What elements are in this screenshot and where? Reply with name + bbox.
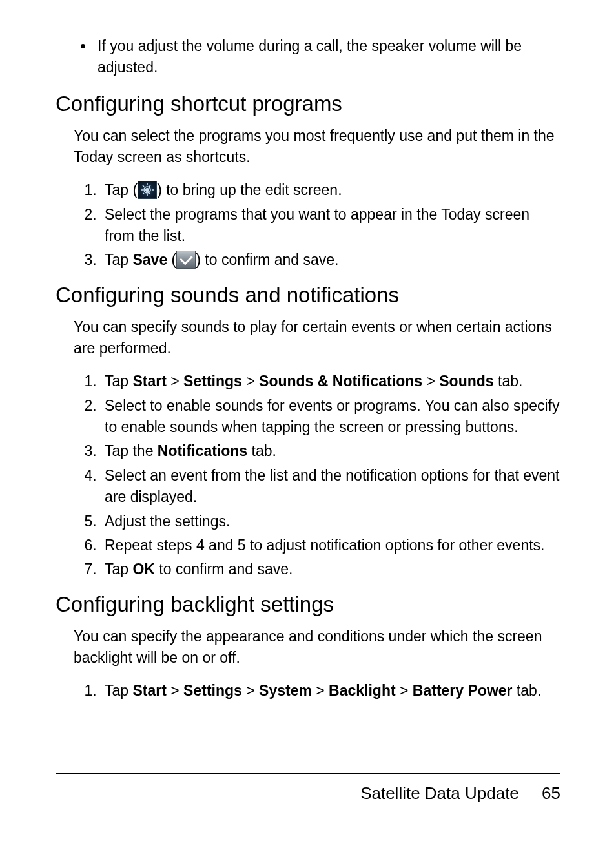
- notifications-label: Notifications: [158, 442, 247, 459]
- check-icon: [176, 251, 196, 269]
- text: Tap: [105, 373, 132, 389]
- intro-backlight: You can specify the appearance and condi…: [74, 626, 560, 669]
- path-start: Start: [132, 682, 166, 699]
- heading-shortcut: Configuring shortcut programs: [56, 92, 560, 116]
- sounds-step-5: Adjust the settings.: [101, 511, 560, 532]
- steps-sounds: Tap Start > Settings > Sounds & Notifica…: [88, 371, 560, 580]
- steps-backlight: Tap Start > Settings > System > Backligh…: [88, 680, 560, 701]
- sounds-step-3: Tap the Notifications tab.: [101, 441, 560, 462]
- sounds-step-2: Select to enable sounds for events or pr…: [101, 395, 560, 439]
- path-settings: Settings: [183, 682, 242, 699]
- sounds-step-6: Repeat steps 4 and 5 to adjust notificat…: [101, 535, 560, 556]
- sounds-step-7: Tap OK to confirm and save.: [101, 559, 560, 580]
- sep: >: [167, 682, 183, 699]
- ok-label: OK: [132, 561, 155, 577]
- text: (: [167, 251, 176, 268]
- heading-sounds: Configuring sounds and notifications: [56, 283, 560, 307]
- shortcut-step-3: Tap Save () to confirm and save.: [101, 249, 560, 271]
- text: ) to bring up the edit screen.: [157, 181, 342, 198]
- sep: >: [167, 373, 183, 389]
- text: Tap the: [105, 442, 158, 459]
- text: tab.: [494, 373, 523, 389]
- heading-backlight: Configuring backlight settings: [56, 592, 560, 617]
- path-start: Start: [132, 373, 166, 389]
- text: Tap: [105, 561, 132, 577]
- text: Tap (: [105, 181, 138, 198]
- svg-point-1: [146, 189, 149, 192]
- text: tab.: [247, 442, 276, 459]
- path-battery: Battery Power: [413, 682, 513, 699]
- intro-shortcut: You can select the programs you most fre…: [74, 125, 560, 169]
- sep: >: [396, 682, 413, 699]
- shortcut-step-1: Tap () to bring up the edit screen.: [101, 180, 560, 201]
- page-number: 65: [542, 783, 560, 803]
- text: Tap: [105, 251, 132, 268]
- sep: >: [242, 373, 259, 389]
- save-label: Save: [132, 251, 167, 268]
- intro-bullet: If you adjust the volume during a call, …: [94, 36, 560, 79]
- path-backlight: Backlight: [329, 682, 396, 699]
- shortcut-step-2: Select the programs that you want to app…: [101, 204, 560, 247]
- text: tab.: [513, 682, 542, 699]
- footer-title: Satellite Data Update: [360, 783, 519, 803]
- sep: >: [422, 373, 439, 389]
- path-sn: Sounds & Notifications: [259, 373, 422, 389]
- intro-bullet-list: If you adjust the volume during a call, …: [56, 36, 560, 79]
- sep: >: [312, 682, 329, 699]
- gear-icon: [138, 181, 157, 199]
- text: to confirm and save.: [155, 561, 293, 577]
- sounds-step-1: Tap Start > Settings > Sounds & Notifica…: [101, 371, 560, 392]
- sounds-step-4: Select an event from the list and the no…: [101, 465, 560, 508]
- text: Tap: [105, 682, 132, 699]
- page-footer: Satellite Data Update 65: [56, 773, 560, 803]
- path-settings: Settings: [183, 373, 242, 389]
- text: ) to confirm and save.: [196, 251, 338, 268]
- path-system: System: [259, 682, 312, 699]
- path-sounds: Sounds: [439, 373, 493, 389]
- steps-shortcut: Tap () to bring up the edit screen. Sele…: [88, 180, 560, 271]
- intro-sounds: You can specify sounds to play for certa…: [74, 316, 560, 360]
- sep: >: [242, 682, 259, 699]
- backlight-step-1: Tap Start > Settings > System > Backligh…: [101, 680, 560, 701]
